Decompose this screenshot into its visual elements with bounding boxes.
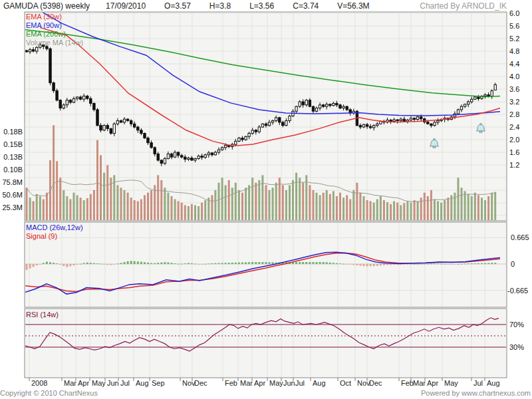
macd-histogram-bar <box>474 263 476 264</box>
volume-bar <box>326 190 328 220</box>
macd-histogram-bar <box>316 262 318 264</box>
price-axis-label: 5.2 <box>509 35 519 43</box>
macd-histogram-bar <box>410 264 412 265</box>
candle-down <box>369 126 371 128</box>
volume-bar <box>46 193 48 220</box>
candle-up <box>217 150 219 152</box>
volume-bar <box>444 200 446 220</box>
candle-down <box>126 119 128 120</box>
macd-histogram-bar <box>323 262 325 264</box>
macd-histogram-bar <box>113 264 115 265</box>
chartnexus-window: GAMUDA (5398) weekly 17/09/2010 O=3.57 H… <box>0 0 532 399</box>
candle-up <box>103 126 105 130</box>
legend-label: Signal (9) <box>26 232 57 240</box>
candle-down <box>366 124 368 126</box>
volume-bar <box>424 193 426 220</box>
candle-up <box>275 118 277 121</box>
volume-bar <box>130 198 132 220</box>
macd-histogram-bar <box>235 263 237 264</box>
macd-histogram-bar <box>332 263 334 264</box>
candle-up <box>271 121 273 122</box>
macd-histogram-bar <box>414 264 416 265</box>
macd-histogram-bar <box>29 264 31 269</box>
rsi-panel <box>25 309 507 378</box>
x-axis-label: Jun <box>107 379 119 387</box>
candle-up <box>326 104 328 106</box>
volume-bar <box>336 196 338 220</box>
macd-histogram-bar <box>241 263 243 265</box>
macd-histogram-bar <box>386 264 388 265</box>
volume-bar <box>134 200 136 220</box>
volume-bar <box>127 193 129 220</box>
macd-histogram-bar <box>339 263 341 264</box>
candle-up <box>164 159 166 164</box>
candle-up <box>471 99 473 102</box>
macd-histogram-bar <box>437 263 439 264</box>
rsi-axis-label: 30% <box>509 343 524 351</box>
candle-up <box>174 152 176 157</box>
volume-bar <box>167 193 169 220</box>
macd-histogram-bar <box>171 263 173 264</box>
legend-label: EMA (30w) <box>26 13 62 21</box>
macd-histogram-bar <box>295 262 297 264</box>
volume-bar <box>160 180 162 220</box>
macd-histogram-bar <box>198 264 200 265</box>
macd-histogram-bar <box>221 263 223 264</box>
macd-histogram-bar <box>380 264 382 265</box>
macd-histogram-bar <box>481 263 483 264</box>
macd-histogram-bar <box>494 263 496 264</box>
macd-histogram-bar <box>363 264 365 266</box>
volume-axis-label: 0.18B <box>3 128 23 136</box>
volume-bar <box>414 200 416 220</box>
volume-bar <box>106 165 108 220</box>
price-axis-label: 5.6 <box>509 22 519 30</box>
candle-up <box>194 159 196 160</box>
volume-bar <box>440 203 442 220</box>
macd-histogram-bar <box>238 263 240 264</box>
powered-by-link[interactable]: Powered by www.chartnexus.com <box>421 389 531 397</box>
macd-histogram-bar <box>487 263 489 264</box>
candle-up <box>214 152 216 155</box>
macd-histogram-bar <box>124 262 126 264</box>
volume-bar <box>33 201 35 221</box>
price-axis-label: 4.4 <box>509 60 519 68</box>
volume-bar <box>295 173 297 220</box>
volume-bar <box>69 200 71 221</box>
volume-bar <box>100 155 102 220</box>
volume-bar <box>198 206 200 220</box>
candle-up <box>198 156 200 159</box>
candle-up <box>393 120 395 121</box>
macd-histogram-bar <box>373 264 375 266</box>
macd-histogram-bar <box>393 264 395 265</box>
volume-axis-label: 0.15B <box>3 140 23 148</box>
candle-up <box>251 130 253 134</box>
volume-bar <box>417 201 419 221</box>
volume-bar <box>174 200 176 221</box>
candle-down <box>147 138 149 143</box>
x-axis-label: Sep <box>152 379 165 387</box>
x-axis-label: Mar <box>240 379 253 387</box>
candle-down <box>184 157 186 159</box>
candle-down <box>134 124 136 127</box>
macd-histogram-bar <box>313 262 315 264</box>
price-axis-label: 4.0 <box>509 72 519 80</box>
macd-histogram-bar <box>144 262 146 264</box>
candle-down <box>86 96 88 98</box>
volume-bar <box>261 175 263 220</box>
x-axis-label: May <box>444 379 458 387</box>
macd-histogram-bar <box>336 263 338 264</box>
price-axis-label: 2.8 <box>509 110 519 118</box>
candle-down <box>110 128 112 133</box>
volume-bar <box>255 183 257 220</box>
macd-histogram-bar <box>76 264 78 265</box>
x-axis-label: Jul <box>120 379 130 387</box>
candle-down <box>329 104 331 106</box>
macd-histogram-bar <box>120 263 122 264</box>
chart-canvas[interactable]: 6.05.65.24.84.44.03.63.22.82.42.01.61.20… <box>0 0 532 399</box>
x-axis-label: Apr <box>78 379 89 387</box>
volume-bar <box>218 183 220 220</box>
volume-bar <box>275 183 277 220</box>
candle-up <box>342 106 344 108</box>
macd-histogram-bar <box>427 264 429 265</box>
volume-bar <box>272 188 274 220</box>
